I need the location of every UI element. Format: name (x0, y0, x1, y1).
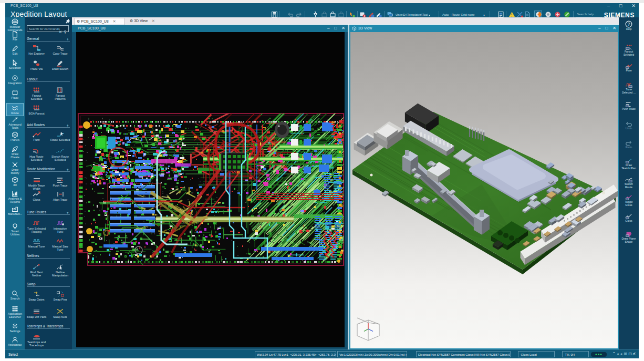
svg-text:?: ? (628, 22, 630, 27)
